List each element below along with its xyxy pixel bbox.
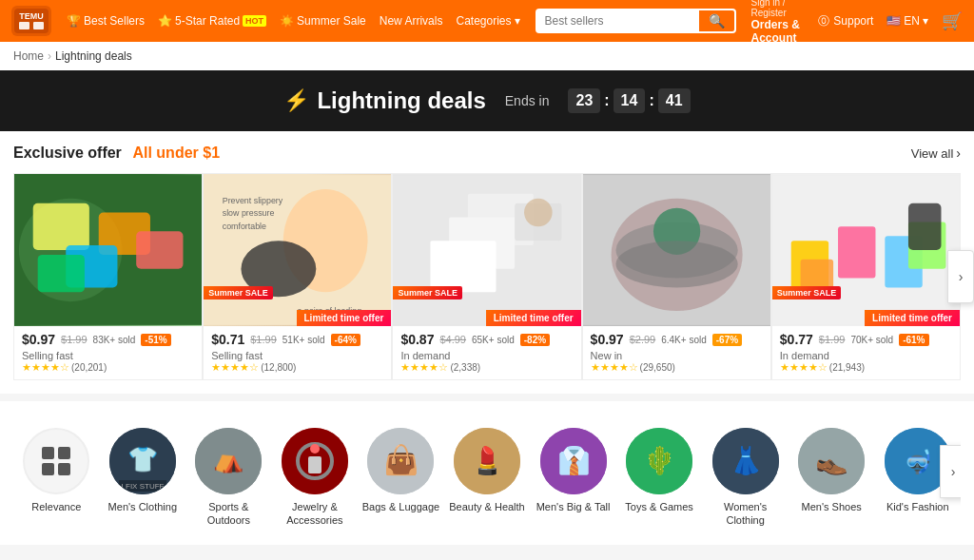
svg-rect-6 bbox=[33, 203, 89, 250]
status-label: In demand bbox=[780, 350, 952, 361]
svg-text:comfortable: comfortable bbox=[223, 222, 266, 231]
product-info: $0.77 $1.99 70K+ sold -61% In demand ★★★… bbox=[772, 326, 960, 379]
discount-badge: -51% bbox=[141, 334, 170, 346]
view-all-button[interactable]: View all › bbox=[911, 145, 961, 161]
timer-colon-1: : bbox=[604, 92, 609, 109]
support-icon: ⓪ bbox=[818, 13, 829, 29]
price-current: $0.71 bbox=[211, 332, 244, 347]
svg-rect-37 bbox=[58, 447, 70, 459]
svg-text:Prevent slippery: Prevent slippery bbox=[223, 196, 283, 205]
nav-best-sellers[interactable]: 🏆 Best Sellers bbox=[67, 14, 145, 28]
category-mens-clothing[interactable]: 👕 I FIX STUFF Men's Clothing bbox=[100, 420, 186, 521]
price-current: $0.87 bbox=[400, 332, 434, 347]
discount-badge: -61% bbox=[899, 334, 928, 346]
star-rating: ★★★★☆ (20,201) bbox=[22, 361, 194, 374]
breadcrumb-separator: › bbox=[48, 49, 51, 63]
status-label: New in bbox=[591, 350, 763, 361]
summer-icon: ☀️ bbox=[280, 14, 294, 28]
logo[interactable]: TEMU bbox=[11, 6, 51, 36]
trophy-icon: 🏆 bbox=[67, 14, 81, 28]
sold-count: 70K+ sold bbox=[850, 335, 893, 345]
language-selector[interactable]: 🇺🇸 EN ▾ bbox=[886, 14, 928, 28]
chevron-down-icon: ▾ bbox=[923, 14, 928, 28]
nav-5star[interactable]: ⭐ 5-Star Rated HOT bbox=[158, 14, 266, 28]
svg-rect-49 bbox=[308, 456, 321, 473]
price-original: $2.99 bbox=[630, 334, 656, 345]
category-womens-clothing[interactable]: 👗 Women's Clothing bbox=[702, 420, 789, 535]
price-original: $1.99 bbox=[819, 334, 846, 345]
star-rating: ★★★★☆ (2,338) bbox=[400, 361, 573, 374]
category-mens-big-tall[interactable]: 👔 Men's Big & Tall bbox=[530, 420, 616, 521]
support-area[interactable]: ⓪ Support bbox=[818, 13, 873, 29]
category-label: Men's Big & Tall bbox=[536, 500, 611, 513]
product-card[interactable]: Prevent slippery slow pressure comfortab… bbox=[203, 173, 392, 380]
category-label: Relevance bbox=[31, 500, 81, 513]
price-original: $1.99 bbox=[61, 334, 88, 345]
products-next-button[interactable]: › bbox=[947, 250, 974, 303]
star-rating: ★★★★☆ (12,800) bbox=[211, 361, 383, 374]
breadcrumb-current: Lightning deals bbox=[55, 49, 132, 63]
category-toys[interactable]: 🌵 Toys & Games bbox=[616, 420, 703, 521]
cart-icon[interactable]: 🛒 bbox=[942, 10, 963, 31]
search-icon: 🔍 bbox=[709, 13, 725, 29]
product-info: $0.71 $1.99 51K+ sold -64% Selling fast … bbox=[204, 326, 391, 379]
product-info: $0.87 $4.99 65K+ sold -82% In demand ★★★… bbox=[393, 326, 580, 379]
summer-sale-badge: Summer SALE bbox=[772, 286, 842, 299]
timer-colon-2: : bbox=[649, 92, 653, 109]
svg-text:🌵: 🌵 bbox=[643, 445, 676, 476]
category-jewelry[interactable]: Jewelry & Accessories bbox=[272, 420, 359, 535]
exclusive-offer-subtitle: All under $1 bbox=[132, 145, 220, 161]
sold-count: 51K+ sold bbox=[282, 335, 325, 345]
product-card[interactable]: $0.97 $1.99 83K+ sold -51% Selling fast … bbox=[13, 173, 203, 380]
svg-point-28 bbox=[615, 241, 737, 287]
nav-summer-sale[interactable]: ☀️ Summer Sale bbox=[280, 14, 366, 28]
breadcrumb-home[interactable]: Home bbox=[13, 49, 44, 63]
review-count: (20,201) bbox=[71, 362, 107, 373]
review-count: (2,338) bbox=[450, 362, 480, 373]
nav-new-arrivals[interactable]: New Arrivals bbox=[380, 14, 443, 28]
product-card[interactable]: Summer SALE Limited time offer $0.87 $4.… bbox=[392, 173, 581, 380]
search-button[interactable]: 🔍 bbox=[697, 9, 736, 33]
review-count: (21,943) bbox=[829, 362, 865, 373]
ends-in-label: Ends in bbox=[505, 93, 550, 108]
svg-text:⛺: ⛺ bbox=[213, 444, 244, 474]
category-bags[interactable]: 👜 Bags & Luggage bbox=[358, 420, 444, 521]
hot-badge: HOT bbox=[243, 15, 266, 27]
header: TEMU 🏆 Best Sellers ⭐ 5-Star Rated HOT ☀… bbox=[0, 0, 974, 42]
search-input[interactable] bbox=[536, 9, 697, 33]
category-sports-outdoors[interactable]: ⛺ Sports & Outdoors bbox=[185, 420, 272, 535]
summer-sale-badge: Summer SALE bbox=[393, 286, 462, 299]
product-image: Summer SALE Limited time offer bbox=[393, 174, 580, 326]
category-mens-shoes[interactable]: 👞 Men's Shoes bbox=[789, 420, 875, 521]
status-label: In demand bbox=[400, 350, 573, 361]
svg-rect-10 bbox=[38, 255, 85, 292]
limited-time-badge: Limited time offer bbox=[297, 310, 392, 326]
review-count: (12,800) bbox=[261, 362, 296, 373]
product-card[interactable]: $0.97 $2.99 6.4K+ sold -67% New in ★★★★☆… bbox=[582, 173, 771, 380]
svg-rect-35 bbox=[908, 203, 942, 250]
category-label: Kid's Fashion bbox=[886, 500, 949, 513]
product-info: $0.97 $1.99 83K+ sold -51% Selling fast … bbox=[14, 326, 202, 379]
svg-rect-39 bbox=[58, 463, 70, 475]
lightning-title: ⚡ Lightning deals bbox=[283, 87, 485, 114]
account-area[interactable]: Sign in / Register Orders & Account bbox=[751, 0, 806, 45]
product-card[interactable]: Summer SALE Limited time offer $0.77 $1.… bbox=[771, 173, 961, 380]
svg-text:TEMU: TEMU bbox=[19, 11, 44, 21]
category-beauty[interactable]: 💄 Beauty & Health bbox=[444, 420, 531, 521]
discount-badge: -64% bbox=[331, 334, 360, 346]
svg-text:👔: 👔 bbox=[556, 445, 590, 476]
svg-rect-36 bbox=[42, 447, 54, 459]
nav-categories[interactable]: Categories ▾ bbox=[456, 14, 519, 28]
category-label: Toys & Games bbox=[625, 500, 693, 513]
svg-text:👕: 👕 bbox=[127, 444, 159, 474]
price-original: $1.99 bbox=[250, 334, 277, 345]
product-info: $0.97 $2.99 6.4K+ sold -67% New in ★★★★☆… bbox=[583, 326, 770, 379]
svg-text:slow pressure: slow pressure bbox=[223, 209, 275, 219]
category-relevance[interactable]: Relevance bbox=[13, 420, 100, 521]
category-label: Men's Shoes bbox=[802, 500, 862, 513]
sold-count: 6.4K+ sold bbox=[661, 335, 707, 345]
svg-text:I FIX STUFF: I FIX STUFF bbox=[121, 482, 164, 491]
section-title-area: Exclusive offer All under $1 bbox=[13, 145, 220, 162]
svg-text:💄: 💄 bbox=[471, 445, 504, 476]
categories-next-button[interactable]: › bbox=[940, 445, 961, 498]
